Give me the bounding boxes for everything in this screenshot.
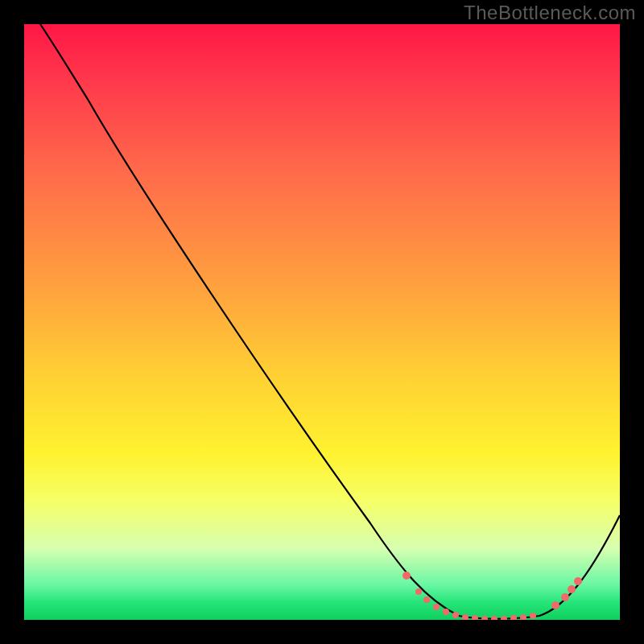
plot-area [24, 24, 620, 620]
svg-point-5 [452, 612, 459, 618]
svg-point-13 [530, 613, 536, 619]
watermark-label: TheBottleneck.com [464, 2, 636, 24]
svg-point-12 [520, 614, 526, 620]
svg-point-0 [402, 572, 411, 580]
chart-frame: TheBottleneck.com [0, 0, 644, 644]
svg-point-7 [472, 615, 478, 620]
bottleneck-curve [24, 24, 620, 620]
svg-point-2 [423, 597, 430, 603]
svg-point-14 [551, 601, 559, 609]
svg-point-1 [415, 588, 422, 595]
svg-point-9 [491, 616, 497, 620]
svg-point-8 [481, 616, 488, 620]
svg-point-17 [574, 577, 582, 585]
svg-point-3 [433, 604, 440, 610]
svg-point-16 [568, 585, 576, 593]
curve-path [40, 24, 620, 619]
svg-point-4 [443, 609, 449, 615]
svg-point-15 [561, 593, 569, 601]
svg-point-10 [501, 616, 507, 620]
svg-point-6 [462, 614, 469, 620]
svg-point-11 [510, 615, 517, 620]
